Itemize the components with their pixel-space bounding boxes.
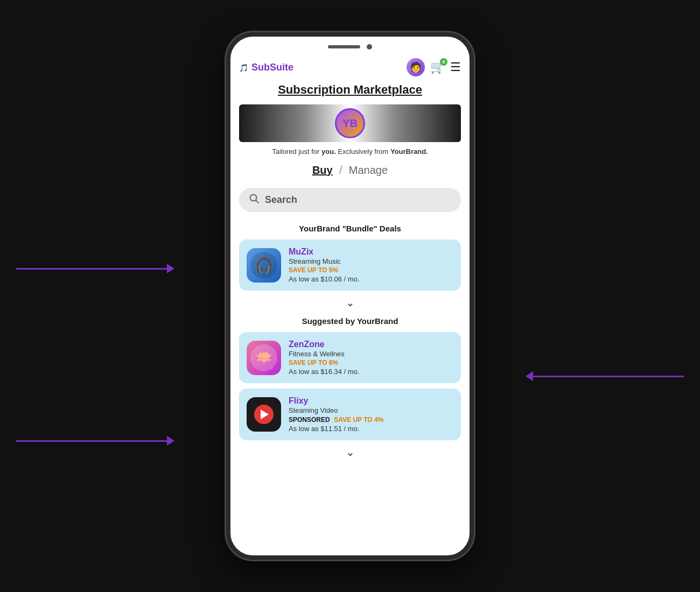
muzix-category: Streaming Music bbox=[289, 257, 453, 265]
zenzone-save: SAVE UP TO 6% bbox=[289, 359, 453, 367]
muzix-price: As low as $10.06 / mo. bbox=[289, 275, 453, 283]
chevron-down-icon-1[interactable]: ⌄ bbox=[239, 296, 461, 309]
arrow-left-top bbox=[16, 264, 174, 273]
phone-top-bar bbox=[230, 37, 470, 54]
app-logo: 🎵 SubSuite bbox=[239, 62, 293, 73]
muzix-name: MuZix bbox=[289, 247, 453, 257]
muzix-save: SAVE UP TO 5% bbox=[289, 266, 453, 274]
play-button-icon bbox=[254, 405, 274, 424]
chevron-down-icon-2[interactable]: ⌄ bbox=[239, 446, 461, 459]
arrow-head-left bbox=[526, 371, 533, 381]
muzix-info: MuZix Streaming Music SAVE UP TO 5% As l… bbox=[289, 247, 453, 283]
muzix-card[interactable]: 🎧 MuZix Streaming Music SAVE UP TO 5% As… bbox=[239, 239, 461, 291]
logo-label: SubSuite bbox=[251, 62, 293, 73]
header-icons: 🧑 🛒 0 ☰ bbox=[407, 58, 461, 76]
search-bar[interactable]: Search bbox=[239, 188, 461, 212]
flixy-price: As low as $11.51 / mo. bbox=[289, 425, 453, 433]
avatar[interactable]: 🧑 bbox=[407, 58, 425, 76]
tagline-prefix: Tailored just for bbox=[272, 147, 321, 156]
phone-speaker bbox=[328, 45, 360, 48]
tagline-middle: Exclusively from bbox=[336, 147, 390, 156]
phone-frame: 🎵 SubSuite 🧑 🛒 0 ☰ Subscription Marketpl… bbox=[226, 32, 474, 560]
arrow-head-2 bbox=[167, 436, 174, 446]
zenzone-category: Fitness & Wellnes bbox=[289, 350, 453, 358]
tab-divider: / bbox=[339, 163, 342, 177]
lotus-icon: 🪷 bbox=[250, 344, 277, 371]
tagline-brand: YourBrand. bbox=[390, 147, 428, 156]
zenzone-price: As low as $16.34 / mo. bbox=[289, 368, 453, 376]
bundle-section-header: YourBrand "Bundle" Deals bbox=[239, 224, 461, 233]
logo-wave-icon: 🎵 bbox=[239, 64, 248, 72]
brand-logo: YB bbox=[335, 108, 365, 138]
flixy-sponsored: SPONSORED bbox=[289, 416, 330, 424]
brand-banner: YB bbox=[239, 104, 461, 142]
zenzone-card[interactable]: 🪷 ZenZone Fitness & Wellnes SAVE UP TO 6… bbox=[239, 332, 461, 383]
zenzone-name: ZenZone bbox=[289, 340, 453, 349]
svg-line-1 bbox=[256, 200, 258, 203]
cart-button[interactable]: 🛒 0 bbox=[430, 60, 445, 74]
arrow-line bbox=[16, 268, 167, 270]
muzix-icon: 🎧 bbox=[247, 248, 281, 283]
flixy-save: SAVE UP TO 4% bbox=[334, 416, 383, 424]
arrow-line-2 bbox=[16, 440, 167, 442]
arrow-head bbox=[167, 264, 174, 273]
arrow-line-right bbox=[533, 376, 684, 377]
tabs-row: Buy / Manage bbox=[239, 163, 461, 177]
tagline-you: you. bbox=[321, 147, 336, 156]
suggested-section-header: Suggested by YourBrand bbox=[239, 316, 461, 326]
flixy-icon bbox=[247, 397, 281, 432]
tab-manage[interactable]: Manage bbox=[349, 164, 388, 177]
headphone-icon: 🎧 bbox=[250, 252, 277, 279]
search-placeholder: Search bbox=[265, 194, 297, 206]
arrow-left-bottom bbox=[16, 436, 174, 446]
arrow-right bbox=[526, 371, 684, 381]
app-content: Subscription Marketplace YB Tailored jus… bbox=[230, 83, 470, 459]
avatar-image: 🧑 bbox=[410, 61, 422, 73]
tab-buy[interactable]: Buy bbox=[312, 164, 333, 177]
cart-badge: 0 bbox=[440, 58, 447, 66]
menu-button[interactable]: ☰ bbox=[450, 60, 461, 74]
zenzone-icon: 🪷 bbox=[247, 341, 281, 375]
brand-tagline: Tailored just for you. Exclusively from … bbox=[239, 147, 461, 156]
zenzone-info: ZenZone Fitness & Wellnes SAVE UP TO 6% … bbox=[289, 340, 453, 376]
flixy-info: Flixy Steaming Video SPONSORED SAVE UP T… bbox=[289, 396, 453, 433]
app-header: 🎵 SubSuite 🧑 🛒 0 ☰ bbox=[230, 54, 470, 83]
flixy-category: Steaming Video bbox=[289, 406, 453, 414]
flixy-card[interactable]: Flixy Steaming Video SPONSORED SAVE UP T… bbox=[239, 389, 461, 440]
flixy-sponsored-row: SPONSORED SAVE UP TO 4% bbox=[289, 415, 453, 424]
flixy-name: Flixy bbox=[289, 396, 453, 406]
phone-camera bbox=[367, 44, 372, 50]
page-title: Subscription Marketplace bbox=[239, 83, 461, 97]
search-icon bbox=[249, 193, 260, 207]
play-triangle bbox=[261, 410, 269, 419]
